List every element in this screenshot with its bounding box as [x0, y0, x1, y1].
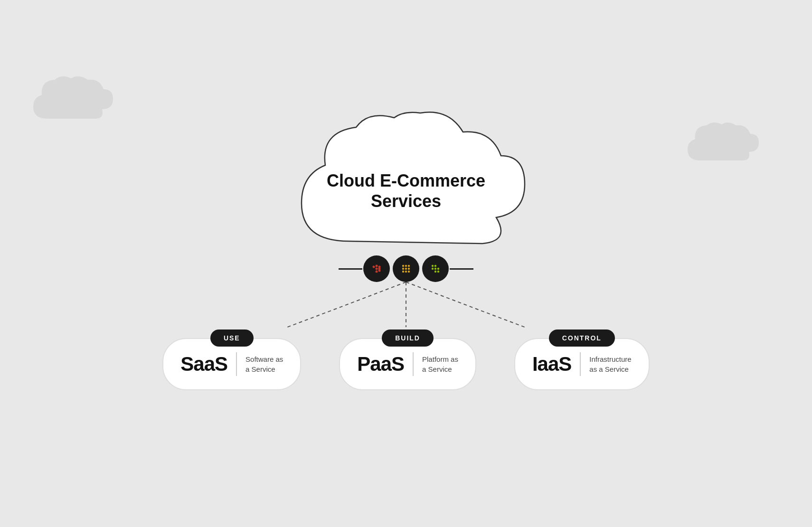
svg-point-17: [434, 265, 436, 267]
svg-point-1: [375, 265, 378, 267]
svg-point-10: [402, 268, 404, 270]
decorative-cloud-right: [684, 119, 774, 171]
saas-description: Software as a Service: [245, 354, 283, 374]
main-container: Cloud E-Commerce Services: [0, 0, 812, 527]
iaas-card: CONTROL IaaS Infrastructure as a Service: [514, 329, 650, 390]
paas-badge: BUILD: [382, 329, 434, 347]
main-cloud: Cloud E-Commerce Services: [273, 108, 539, 270]
dashed-lines: [192, 282, 620, 329]
svg-point-18: [432, 268, 434, 270]
svg-point-13: [402, 271, 404, 273]
paas-card: BUILD PaaS Platform as a Service: [339, 329, 476, 390]
svg-point-6: [378, 270, 380, 272]
svg-point-21: [434, 271, 436, 273]
svg-point-20: [437, 268, 439, 270]
saas-badge: USE: [210, 329, 254, 347]
decorative-cloud-left: [28, 71, 133, 133]
svg-point-7: [402, 265, 404, 267]
iaas-badge: CONTROL: [549, 329, 615, 347]
connector-row: [339, 255, 473, 282]
svg-point-15: [408, 271, 410, 273]
svg-point-22: [437, 271, 439, 273]
svg-point-14: [405, 271, 407, 273]
svg-point-9: [408, 265, 410, 267]
diagram-wrapper: Cloud E-Commerce Services: [162, 108, 649, 390]
saas-divider: [236, 352, 237, 376]
svg-point-0: [372, 266, 375, 268]
paas-connector-icon: [393, 255, 419, 282]
svg-point-16: [432, 265, 434, 267]
iaas-description: Infrastructure as a Service: [589, 354, 631, 374]
svg-point-3: [375, 271, 378, 273]
paas-acronym: PaaS: [357, 353, 404, 376]
paas-divider: [413, 352, 414, 376]
iaas-connector-icon: [422, 255, 449, 282]
svg-point-19: [434, 268, 436, 270]
iaas-acronym: IaaS: [532, 353, 571, 376]
paas-description: Platform as a Service: [422, 354, 458, 374]
svg-point-12: [408, 268, 410, 270]
saas-connector-icon: [363, 255, 390, 282]
iaas-divider: [580, 352, 581, 376]
svg-point-11: [405, 268, 407, 270]
saas-acronym: SaaS: [180, 353, 227, 376]
services-row: USE SaaS Software as a Service BUILD: [162, 329, 649, 390]
saas-card: USE SaaS Software as a Service: [162, 329, 301, 390]
svg-point-2: [375, 268, 378, 270]
main-cloud-title: Cloud E-Commerce Services: [316, 170, 496, 211]
svg-point-8: [405, 265, 407, 267]
